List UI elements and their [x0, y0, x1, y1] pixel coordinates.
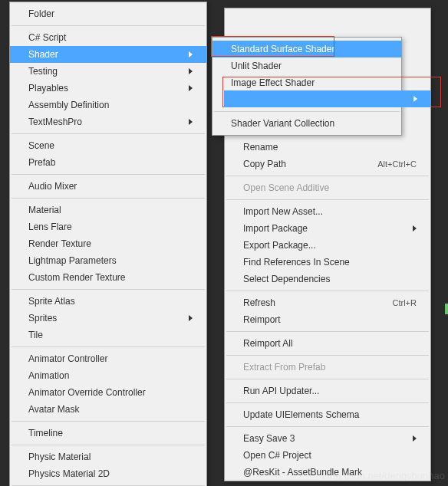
label: Extract From Prefab [243, 362, 417, 373]
menu-item-import-package[interactable]: Import Package [225, 220, 430, 237]
menu-item-custom-render-texture[interactable]: Custom Render Texture [10, 269, 206, 286]
menu-item-export-package[interactable]: Export Package... [225, 237, 430, 254]
menu-item-standard-surface-shader[interactable]: Standard Surface Shader [212, 41, 401, 57]
label: Reimport All [243, 338, 417, 349]
menu-item-refresh[interactable]: RefreshCtrl+R [225, 294, 430, 311]
menu-item-shader[interactable]: Shader [10, 46, 206, 63]
menu-item-tile[interactable]: Tile [10, 327, 206, 343]
menu-item-find-references[interactable]: Find References In Scene [225, 254, 430, 271]
separator [226, 426, 429, 427]
menu-item-reimport[interactable]: Reimport [225, 311, 430, 328]
label: Scene [28, 140, 193, 151]
separator [214, 111, 400, 112]
menu-item-playables[interactable]: Playables [10, 80, 206, 97]
menu-item-select-dependencies[interactable]: Select Dependencies [225, 271, 430, 287]
menu-item-sprite-atlas[interactable]: Sprite Atlas [10, 293, 206, 310]
menu-item-animator-override-controller[interactable]: Animator Override Controller [10, 384, 206, 401]
menu-item-create-highlight[interactable] [224, 90, 431, 107]
label: Assembly Definition [28, 100, 193, 110]
menu-item-copy-path[interactable]: Copy PathAlt+Ctrl+C [225, 156, 430, 172]
menu-item-easy-save-3[interactable]: Easy Save 3 [225, 430, 430, 447]
label: Animation [28, 370, 193, 381]
label: Shader [28, 49, 184, 60]
menu-item-lens-flare[interactable]: Lens Flare [10, 218, 206, 235]
label: Refresh [243, 297, 393, 308]
menu-item-render-texture[interactable]: Render Texture [10, 235, 206, 252]
separator [12, 174, 205, 175]
menu-item-sprites[interactable]: Sprites [10, 310, 206, 327]
label: Find References In Scene [243, 257, 417, 268]
label: Run API Updater... [243, 386, 417, 396]
separator [226, 355, 429, 356]
label: Export Package... [243, 240, 417, 251]
menu-item-prefab[interactable]: Prefab [10, 154, 206, 171]
menu-item-material[interactable]: Material [10, 202, 206, 218]
menu-item-physic-material[interactable]: Physic Material [10, 448, 206, 465]
separator [226, 379, 429, 379]
separator [226, 291, 429, 291]
create-submenu: Folder C# Script Shader Testing Playable… [9, 2, 207, 486]
menu-item-assembly-definition[interactable]: Assembly Definition [10, 97, 206, 113]
label: Animator Override Controller [28, 387, 193, 398]
label: Open Scene Additive [243, 182, 417, 193]
chevron-right-icon [189, 51, 193, 57]
separator [12, 445, 205, 445]
menu-item-update-uielements[interactable]: Update UIElements Schema [225, 406, 430, 423]
label: Shader Variant Collection [231, 118, 387, 129]
label: Sprites [28, 313, 184, 323]
label: Update UIElements Schema [243, 409, 417, 420]
menu-item-run-api-updater[interactable]: Run API Updater... [225, 383, 430, 399]
label: Sprite Atlas [28, 296, 193, 307]
chevron-right-icon [413, 435, 417, 442]
label: Import Package [243, 223, 408, 234]
label: Copy Path [243, 159, 377, 169]
menu-item-open-csharp-project[interactable]: Open C# Project [225, 447, 430, 464]
separator [12, 133, 205, 134]
chevron-right-icon [189, 315, 193, 321]
separator [226, 176, 429, 176]
chevron-right-icon [189, 85, 193, 91]
menu-item-csharp-script[interactable]: C# Script [10, 29, 206, 46]
menu-item-avatar-mask[interactable]: Avatar Mask [10, 401, 206, 418]
separator [226, 199, 429, 200]
menu-item-animator-controller[interactable]: Animator Controller [10, 350, 206, 367]
shortcut: Ctrl+R [393, 298, 417, 307]
separator [12, 25, 205, 26]
separator [12, 198, 205, 199]
menu-item-physics-material-2d[interactable]: Physics Material 2D [10, 465, 206, 482]
menu-item-scene[interactable]: Scene [10, 137, 206, 154]
label: Avatar Mask [28, 404, 193, 415]
menu-item-timeline[interactable]: Timeline [10, 425, 206, 442]
label: Folder [28, 8, 193, 19]
label: Physics Material 2D [28, 468, 193, 479]
menu-item-open-scene-additive: Open Scene Additive [225, 179, 430, 196]
menu-item-animation[interactable]: Animation [10, 367, 206, 384]
label: Open C# Project [243, 450, 417, 461]
menu-item-textmeshpro[interactable]: TextMeshPro [10, 113, 206, 130]
separator [12, 289, 205, 290]
label: Image Effect Shader [231, 77, 387, 88]
menu-item-reimport-all[interactable]: Reimport All [225, 335, 430, 352]
menu-item-unlit-shader[interactable]: Unlit Shader [212, 57, 401, 74]
label: C# Script [28, 32, 193, 43]
menu-item-rename[interactable]: Rename [225, 139, 430, 156]
label: Select Dependencies [243, 274, 417, 284]
label: Audio Mixer [28, 181, 193, 192]
label: Prefab [28, 157, 193, 168]
shortcut: Alt+Ctrl+C [377, 159, 417, 169]
label: Material [28, 205, 193, 215]
label: Custom Render Texture [28, 272, 193, 283]
menu-item-image-effect-shader[interactable]: Image Effect Shader [212, 74, 401, 91]
label: Lightmap Parameters [28, 255, 193, 266]
menu-item-testing[interactable]: Testing [10, 63, 206, 80]
separator [226, 331, 429, 332]
label: Import New Asset... [243, 206, 417, 217]
menu-item-audio-mixer[interactable]: Audio Mixer [10, 178, 206, 195]
menu-item-reskit-assetbundle[interactable]: @ResKit - AssetBundle Mark [225, 464, 430, 481]
label: Reimport [243, 314, 417, 325]
menu-item-shader-variant-collection[interactable]: Shader Variant Collection [212, 115, 401, 132]
menu-item-import-new-asset[interactable]: Import New Asset... [225, 203, 430, 220]
label: Lens Flare [28, 222, 193, 232]
menu-item-folder[interactable]: Folder [10, 5, 206, 22]
menu-item-lightmap-parameters[interactable]: Lightmap Parameters [10, 252, 206, 269]
